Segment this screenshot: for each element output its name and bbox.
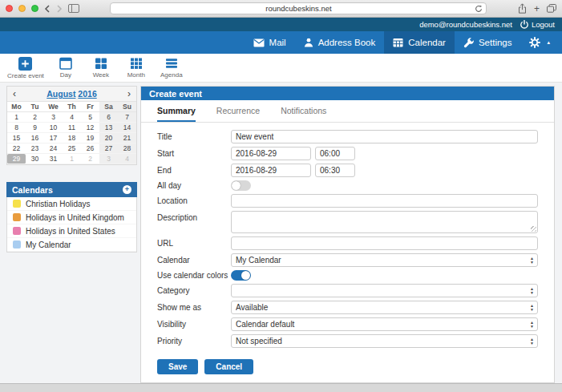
create-event-label: Create event [7,72,44,79]
tab-overview-button[interactable] [547,4,556,13]
mini-calendar-day[interactable]: 28 [118,143,136,154]
save-button[interactable]: Save [157,359,198,374]
logout-label: Logout [532,20,555,29]
month-view-button[interactable]: Month [119,55,154,82]
end-date-input[interactable] [231,164,311,177]
url-input[interactable] [231,236,538,250]
create-event-button[interactable]: Create event [3,55,48,82]
mini-calendar-day[interactable]: 18 [63,133,81,143]
mini-calendar-day[interactable]: 5 [81,112,99,123]
mini-calendar-day[interactable]: 2 [26,112,44,123]
calendar-icon [393,38,403,47]
event-form: Title Start End [141,123,554,356]
mini-calendar-day[interactable]: 21 [118,133,136,143]
mini-calendar-day[interactable]: 6 [99,112,118,123]
calendar-list: Christian HolidaysHolidays in United Kin… [6,197,137,253]
mini-calendar-weekday-row: MoTuWeThFrSaSu [7,102,136,112]
form-row-location: Location [157,194,538,208]
calendar-list-item[interactable]: My Calendar [7,238,136,252]
mini-calendar-day[interactable]: 1 [63,154,81,164]
title-input[interactable] [231,130,538,143]
mini-calendar-day[interactable]: 20 [99,133,118,143]
week-view-button[interactable]: Week [83,55,119,82]
mini-calendar-day[interactable]: 10 [44,123,63,133]
nav-item-mail[interactable]: Mail [245,31,295,54]
sidebar-toggle-button[interactable] [68,4,79,13]
mini-calendar-day[interactable]: 22 [7,143,26,154]
mini-calendar-day[interactable]: 3 [99,154,118,164]
next-month-button[interactable]: › [122,87,136,101]
category-select[interactable]: ▲▼ [231,284,538,297]
mini-calendar-day[interactable]: 30 [26,154,44,164]
nav-label-mail: Mail [269,38,286,47]
mini-calendar-day[interactable]: 16 [26,133,44,143]
all-day-toggle[interactable] [231,180,251,191]
mini-calendar-day[interactable]: 24 [44,143,63,154]
agenda-view-label: Agenda [160,71,183,79]
mini-calendar-day[interactable]: 7 [118,112,136,123]
address-bar[interactable]: roundcubeskins.net [110,2,487,14]
mini-calendar-day[interactable]: 19 [81,133,99,143]
mini-calendar-day[interactable]: 4 [63,112,81,123]
mini-calendar-day[interactable]: 17 [44,133,63,143]
mini-calendar-day[interactable]: 15 [7,133,26,143]
mini-calendar-day[interactable]: 2 [81,154,99,164]
use-calendar-colors-toggle[interactable] [231,270,251,281]
nav-item-calendar[interactable]: Calendar [384,31,455,54]
day-view-icon [59,57,72,70]
mini-calendar-day[interactable]: 29 [7,154,26,164]
nav-item-settings[interactable]: Settings [455,31,521,54]
end-time-input[interactable] [315,164,355,177]
location-input[interactable] [231,194,538,208]
mini-calendar-day[interactable]: 31 [44,154,63,164]
agenda-view-button[interactable]: Agenda [154,55,189,82]
prev-month-button[interactable]: ‹ [7,87,22,101]
location-label: Location [157,196,231,205]
cancel-button[interactable]: Cancel [204,359,253,374]
month-link[interactable]: August [46,89,75,99]
new-tab-button[interactable]: + [534,3,540,14]
share-button[interactable] [518,3,527,14]
weekday-label: Th [63,102,81,112]
mini-calendar-day[interactable]: 1 [7,112,26,123]
back-button[interactable] [44,5,51,13]
start-date-input[interactable] [231,147,311,160]
refresh-button[interactable] [475,5,483,14]
dialog-header: Create event [141,87,554,100]
minimize-window-button[interactable] [18,5,26,12]
year-link[interactable]: 2016 [78,89,96,99]
priority-select[interactable]: Not specified ▲▼ [231,334,538,348]
mini-calendar-day[interactable]: 9 [26,123,44,133]
logout-button[interactable]: Logout [520,20,555,29]
options-menu-button[interactable]: ▴ [520,31,559,54]
start-time-input[interactable] [315,147,355,160]
visibility-select[interactable]: Calendar default ▲▼ [231,317,538,331]
mini-calendar-day[interactable]: 23 [26,143,44,154]
description-textarea[interactable] [231,211,538,233]
mini-calendar-day[interactable]: 11 [63,123,81,133]
mini-calendar-day[interactable]: 13 [99,123,118,133]
close-window-button[interactable] [6,5,13,12]
mini-calendar-day[interactable]: 12 [81,123,99,133]
zoom-window-button[interactable] [31,5,38,12]
calendar-list-item[interactable]: Christian Holidays [7,197,136,211]
nav-item-address-book[interactable]: Address Book [295,31,385,54]
mini-calendar-day[interactable]: 25 [63,143,81,154]
tab-recurrence[interactable]: Recurrence [216,100,260,122]
calendar-list-item[interactable]: Holidays in United States [7,224,136,238]
day-view-button[interactable]: Day [48,55,83,82]
mini-calendar-day[interactable]: 8 [7,123,26,133]
show-me-as-select[interactable]: Available ▲▼ [231,301,538,314]
mini-calendar-day[interactable]: 27 [99,143,118,154]
mini-calendar-day[interactable]: 14 [118,123,136,133]
tab-notifications[interactable]: Notifications [281,100,326,122]
tab-summary[interactable]: Summary [157,100,196,122]
mini-calendar-day[interactable]: 4 [118,154,136,164]
add-calendar-button[interactable]: + [123,185,131,194]
mini-calendar-day[interactable]: 3 [44,112,63,123]
resize-handle-icon[interactable] [531,226,536,232]
calendar-select[interactable]: My Calendar ▲▼ [231,253,538,267]
mini-calendar-day[interactable]: 26 [81,143,99,154]
calendar-list-item[interactable]: Holidays in United Kingdom [7,211,136,224]
forward-button[interactable] [56,5,63,13]
